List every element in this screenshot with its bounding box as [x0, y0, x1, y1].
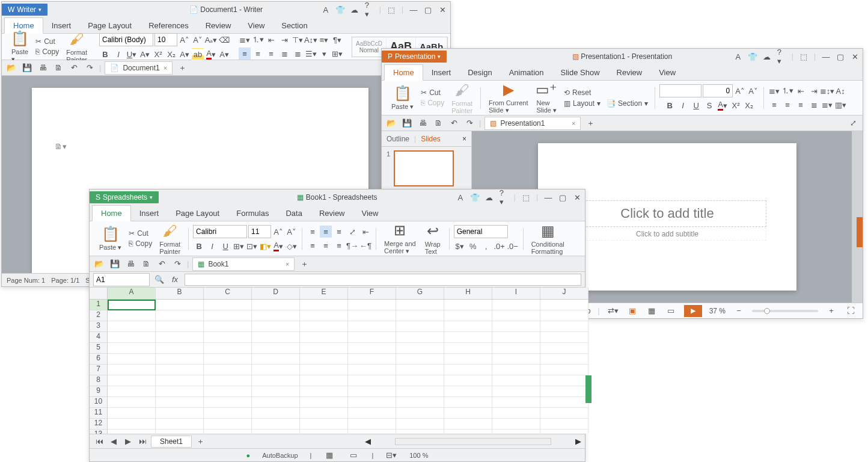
close-button[interactable]: ✕: [851, 52, 859, 61]
tab-home[interactable]: Home: [92, 205, 131, 221]
super-icon[interactable]: X²: [152, 48, 164, 60]
cell[interactable]: [348, 375, 396, 386]
cell[interactable]: [396, 397, 444, 408]
view-layout-icon[interactable]: ▭: [347, 449, 359, 461]
ltr-icon[interactable]: ←¶: [359, 239, 371, 251]
page-insert-icon[interactable]: 🗎▾: [55, 142, 67, 151]
help-icon[interactable]: ?▾: [365, 5, 373, 14]
writer-doc-tab[interactable]: 📄Document1 ×: [105, 61, 173, 75]
font-family-combo[interactable]: [193, 225, 247, 238]
cell[interactable]: [156, 300, 204, 310]
bold-icon[interactable]: B: [99, 48, 111, 60]
underline-icon[interactable]: U: [690, 99, 702, 111]
cell[interactable]: [396, 300, 444, 310]
cell[interactable]: [204, 430, 252, 434]
shrink-font-icon[interactable]: A˅: [747, 85, 759, 97]
copy-button[interactable]: ⎘Copy: [33, 47, 61, 57]
spreadsheet-app-badge[interactable]: S Spreadsheets ▾: [90, 191, 159, 203]
align-right-icon[interactable]: ≡: [795, 99, 807, 111]
cell[interactable]: [444, 354, 492, 365]
paste-button[interactable]: 📋 Paste ▾: [388, 84, 417, 112]
close-panel-icon[interactable]: ×: [462, 135, 466, 143]
cell[interactable]: [252, 365, 300, 375]
shrink-font-icon[interactable]: A˅: [192, 34, 204, 46]
cell[interactable]: [108, 386, 156, 397]
cell[interactable]: [300, 321, 348, 332]
tab-review[interactable]: Review: [311, 206, 353, 221]
format-painter-button[interactable]: 🖌 Format Painter: [156, 221, 184, 256]
cell[interactable]: [492, 430, 540, 434]
cell[interactable]: [348, 365, 396, 375]
cell[interactable]: [348, 397, 396, 408]
cell[interactable]: [300, 310, 348, 321]
align-right-icon[interactable]: ≡: [265, 48, 277, 60]
cell[interactable]: [156, 332, 204, 343]
copy-button[interactable]: ⎘Copy: [126, 239, 154, 248]
open-icon[interactable]: 📂: [385, 117, 397, 129]
save-icon[interactable]: 💾: [21, 62, 33, 74]
tab-formulas[interactable]: Formulas: [228, 206, 277, 221]
align-right-icon[interactable]: ≡: [333, 239, 345, 251]
cell[interactable]: [300, 430, 348, 434]
last-sheet-icon[interactable]: ⏭: [136, 436, 148, 448]
tab-section[interactable]: Section: [273, 18, 316, 33]
cell[interactable]: [156, 419, 204, 430]
cell[interactable]: [300, 397, 348, 408]
italic-icon[interactable]: I: [677, 99, 689, 111]
zoom-in-icon[interactable]: +: [825, 305, 837, 317]
orientation-icon[interactable]: ⤢: [346, 226, 358, 238]
cell[interactable]: [492, 343, 540, 354]
outline-tab[interactable]: Outline: [387, 135, 409, 143]
print-preview-icon[interactable]: 🗎: [140, 258, 152, 270]
cell[interactable]: [252, 300, 300, 310]
cell[interactable]: [348, 332, 396, 343]
slides-tab[interactable]: Slides: [421, 135, 441, 143]
presentation-app-badge[interactable]: P Presentation ▾: [382, 51, 447, 63]
format-painter-button[interactable]: 🖌 Format Painter: [63, 29, 91, 64]
cell[interactable]: [252, 419, 300, 430]
redo-icon[interactable]: ↷: [171, 258, 183, 270]
cell[interactable]: [396, 343, 444, 354]
grow-font-icon[interactable]: A˄: [272, 226, 284, 238]
cell[interactable]: [252, 397, 300, 408]
close-icon[interactable]: ×: [286, 260, 289, 268]
close-button[interactable]: ✕: [438, 5, 447, 14]
valign-bot-icon[interactable]: ≡: [333, 226, 345, 238]
redo-icon[interactable]: ↷: [84, 62, 96, 74]
borders-icon[interactable]: ⊞▾: [233, 240, 245, 252]
indent-icon[interactable]: ⇤: [359, 226, 371, 238]
font-size-combo[interactable]: [248, 225, 271, 238]
zoom-out-icon[interactable]: −: [733, 305, 745, 317]
cell[interactable]: [396, 354, 444, 365]
transition-icon[interactable]: ⇄▾: [607, 305, 619, 317]
row-header[interactable]: 13: [90, 430, 108, 434]
open-icon[interactable]: 📂: [5, 62, 17, 74]
valign-icon[interactable]: ≣▾: [821, 99, 833, 111]
cell[interactable]: [204, 375, 252, 386]
cell[interactable]: [252, 343, 300, 354]
cell[interactable]: [108, 343, 156, 354]
cell[interactable]: [444, 321, 492, 332]
cell[interactable]: [300, 300, 348, 310]
cell[interactable]: [540, 343, 588, 354]
fill-color-icon[interactable]: ◧▾: [259, 240, 271, 252]
undo-icon[interactable]: ↶: [68, 62, 80, 74]
col-header[interactable]: I: [492, 288, 540, 299]
cell[interactable]: [492, 354, 540, 365]
cell[interactable]: [204, 332, 252, 343]
grow-font-icon[interactable]: A˄: [179, 34, 191, 46]
cell[interactable]: [492, 310, 540, 321]
rtl-icon[interactable]: ¶→: [346, 239, 358, 251]
undo-icon[interactable]: ↶: [448, 117, 460, 129]
cell[interactable]: [540, 332, 588, 343]
close-icon[interactable]: ×: [164, 64, 167, 72]
font-color-icon[interactable]: A▾: [717, 99, 729, 111]
compact-icon[interactable]: ⬚: [522, 193, 530, 202]
italic-icon[interactable]: I: [112, 48, 124, 60]
cell[interactable]: [108, 397, 156, 408]
cell[interactable]: [492, 397, 540, 408]
cell[interactable]: [540, 430, 588, 434]
cell[interactable]: [540, 365, 588, 375]
tab-slide-show[interactable]: Slide Show: [552, 65, 608, 80]
cell[interactable]: [252, 310, 300, 321]
